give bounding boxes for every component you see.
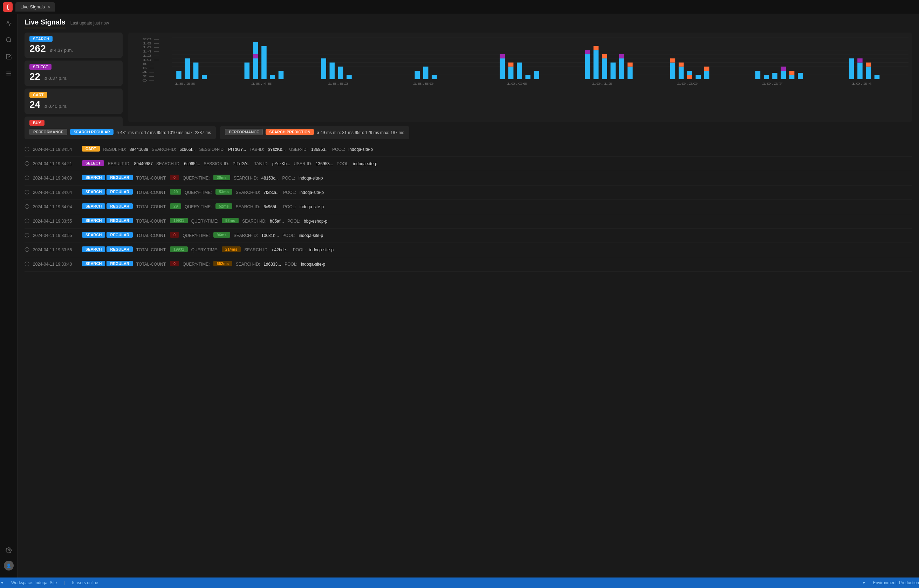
signal-row[interactable]: 2024-04-11 19:34:21SELECTRESULT-ID:89440…	[24, 157, 912, 171]
perf-badge-search-regular: SEARCH REGULAR	[70, 129, 113, 135]
signal-field-key: QUERY-TIME:	[191, 247, 218, 252]
user-avatar[interactable]: 👤	[4, 561, 14, 570]
signal-field-value: indoqa-site-p	[299, 233, 323, 238]
signal-row[interactable]: 2024-04-11 19:34:04SEARCHREGULARTOTAL-CO…	[24, 186, 912, 200]
svg-rect-35	[261, 46, 267, 79]
svg-text:19:27: 19:27	[762, 82, 783, 86]
stat-avg-search: ø 4.37 p.m.	[50, 48, 73, 53]
stat-avg-cart: ø 0.40 p.m.	[44, 103, 68, 109]
signal-field-key: TAB-ID:	[250, 147, 264, 152]
tab-live-signals[interactable]: Live Signals ×	[15, 2, 55, 11]
sidebar-icon-settings[interactable]	[4, 545, 14, 555]
signal-field-value: 0	[170, 174, 179, 180]
signal-field-key: RESULT-ID:	[107, 162, 130, 166]
perf-stats-search-prediction: ø 49 ms min: 31 ms 95th: 129 ms max: 187…	[317, 130, 404, 135]
svg-rect-79	[798, 73, 803, 79]
perf-stats-search-regular: ø 481 ms min: 17 ms 95th: 1010 ms max: 2…	[116, 130, 211, 135]
stat-badge-search: SEARCH	[29, 36, 53, 42]
signal-field-key: TOTAL-COUNT:	[136, 219, 167, 224]
svg-rect-32	[245, 63, 250, 79]
signal-field-value: 6c965f...	[184, 162, 200, 166]
svg-rect-36	[270, 75, 276, 79]
status-dropdown-icon: ▼	[0, 580, 4, 585]
signal-badge: SEARCH	[82, 232, 105, 237]
signal-fields: RESULT-ID:89440987SEARCH-ID:6c965f...SES…	[107, 162, 377, 166]
svg-text:19:13: 19:13	[592, 82, 613, 86]
signal-badges: SEARCHREGULAR	[82, 204, 133, 210]
svg-rect-49	[517, 63, 522, 79]
svg-rect-51	[534, 71, 539, 79]
signal-field-key: POOL:	[283, 204, 296, 209]
signal-badge: REGULAR	[107, 174, 133, 180]
signal-row[interactable]: 2024-04-11 19:33:55SEARCHREGULARTOTAL-CO…	[24, 243, 912, 257]
signal-fields: TOTAL-COUNT:19931QUERY-TIME:214msSEARCH-…	[136, 246, 334, 254]
signal-field-key: SEARCH-ID:	[236, 262, 260, 267]
signal-row[interactable]: 2024-04-11 19:34:09SEARCHREGULARTOTAL-CO…	[24, 171, 912, 186]
svg-text:19:20: 19:20	[677, 82, 698, 86]
signal-icon	[24, 161, 29, 167]
svg-rect-60	[619, 54, 624, 58]
signal-badge: SEARCH	[82, 218, 105, 223]
signal-field-key: SEARCH-ID:	[236, 204, 260, 209]
signal-badge: REGULAR	[107, 218, 133, 223]
sidebar-icon-menu[interactable]	[4, 69, 14, 78]
svg-rect-33	[253, 42, 258, 79]
signal-badge: REGULAR	[107, 246, 133, 252]
signal-field-key: SEARCH-ID:	[234, 176, 258, 181]
signal-field-value: PtTdGY...	[233, 162, 251, 166]
performance-section: PERFORMANCE SEARCH REGULAR ø 481 ms min:…	[18, 126, 919, 142]
sidebar: 👤	[0, 14, 18, 577]
signal-time: 2024-04-11 19:33:55	[33, 247, 78, 252]
perf-badge-performance-1: PERFORMANCE	[29, 129, 67, 135]
app-icon: {	[3, 2, 13, 12]
sidebar-icon-chart[interactable]	[4, 18, 14, 28]
svg-rect-81	[857, 63, 862, 79]
signal-time: 2024-04-11 19:33:55	[33, 219, 78, 224]
signal-field-key: QUERY-TIME:	[185, 190, 212, 195]
signal-row[interactable]: 2024-04-11 19:34:04SEARCHREGULARTOTAL-CO…	[24, 200, 912, 214]
svg-rect-72	[755, 71, 761, 79]
signal-field-value: 48153c...	[261, 176, 279, 181]
signal-field-key: SEARCH-ID:	[156, 162, 180, 166]
perf-bar-search-prediction: PERFORMANCE SEARCH PREDICTION ø 49 ms mi…	[220, 126, 409, 139]
svg-rect-48	[508, 63, 514, 67]
signal-row[interactable]: 2024-04-11 19:34:54CARTRESULT-ID:8944103…	[24, 142, 912, 157]
signal-row[interactable]: 2024-04-11 19:33:55SEARCHREGULARTOTAL-CO…	[24, 229, 912, 243]
signal-field-value: indoqa-site-p	[298, 176, 323, 181]
svg-rect-71	[704, 66, 710, 71]
svg-text:16 –: 16 –	[142, 45, 159, 49]
signal-row[interactable]: 2024-04-11 19:33:55SEARCHREGULARTOTAL-CO…	[24, 214, 912, 229]
svg-rect-68	[687, 75, 692, 79]
sidebar-icon-search[interactable]	[4, 35, 14, 45]
svg-rect-46	[500, 54, 505, 58]
stat-card-cart: CART 24 ø 0.40 p.m.	[24, 89, 123, 114]
signal-field-value: 52ms	[216, 204, 232, 209]
svg-rect-62	[627, 63, 633, 67]
signal-time: 2024-04-11 19:34:21	[33, 162, 78, 166]
signal-badge: SEARCH	[82, 189, 105, 195]
signal-field-key: USER-ID:	[293, 162, 312, 166]
svg-rect-74	[772, 73, 778, 79]
signal-badges: SELECT	[82, 160, 104, 167]
svg-rect-76	[781, 66, 786, 71]
svg-text:6 –: 6 –	[142, 66, 154, 69]
signal-fields: TOTAL-COUNT:19931QUERY-TIME:98msSEARCH-I…	[136, 218, 327, 225]
signal-badge: REGULAR	[107, 232, 133, 237]
tab-close-button[interactable]: ×	[48, 5, 50, 10]
signal-badge: SELECT	[82, 160, 104, 166]
status-separator: |	[64, 580, 65, 585]
signal-icon	[24, 147, 29, 153]
sidebar-icon-check[interactable]	[4, 52, 14, 61]
signal-field-value: 1d6833...	[264, 262, 281, 267]
signal-icon	[24, 262, 29, 267]
perf-badge-performance-2: PERFORMANCE	[225, 129, 263, 135]
signal-field-key: TOTAL-COUNT:	[136, 233, 167, 238]
stat-card-search: SEARCH 262 ø 4.37 p.m.	[24, 32, 123, 58]
svg-rect-78	[789, 71, 795, 75]
signal-time: 2024-04-11 19:34:04	[33, 204, 78, 209]
workspace-label: Workspace: Indoqa: Site	[11, 580, 57, 585]
svg-text:2 –: 2 –	[142, 74, 154, 78]
signal-icon	[24, 247, 29, 253]
signal-row[interactable]: 2024-04-11 19:33:40SEARCHREGULARTOTAL-CO…	[24, 257, 912, 271]
signal-icon	[24, 190, 29, 195]
